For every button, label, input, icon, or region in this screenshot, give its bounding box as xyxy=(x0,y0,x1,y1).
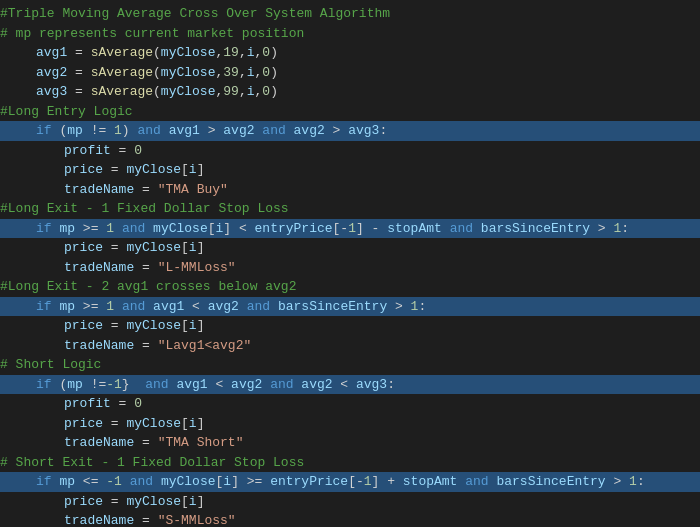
plain-token: > xyxy=(387,299,410,314)
plain-token: ) xyxy=(122,123,138,138)
number-token: 39 xyxy=(223,65,239,80)
var-token: avg1 xyxy=(153,299,184,314)
code-line: if mp >= 1 and avg1 < avg2 and barsSince… xyxy=(0,297,700,317)
code-content: if mp >= 1 and myClose[i] < entryPrice[-… xyxy=(36,219,629,239)
code-line: # Short Logic xyxy=(0,355,700,375)
var-token: i xyxy=(189,162,197,177)
number-token: 99 xyxy=(223,84,239,99)
code-line: #Triple Moving Average Cross Over System… xyxy=(0,4,700,24)
plain-token: ] xyxy=(197,416,205,431)
code-line: price = myClose[i] xyxy=(0,492,700,512)
var-token: entryPrice xyxy=(255,221,333,236)
keyword-token: and xyxy=(450,221,473,236)
var-token: tradeName xyxy=(64,338,134,353)
plain-token: >= xyxy=(75,221,106,236)
plain-token: ] + xyxy=(372,474,403,489)
comment-text: #Long Exit - 2 avg1 crosses below avg2 xyxy=(0,277,296,297)
var-token: myClose xyxy=(161,84,216,99)
keyword-token: and xyxy=(122,221,145,236)
var-token: price xyxy=(64,318,103,333)
plain-token: = xyxy=(67,84,90,99)
plain-token: = xyxy=(67,65,90,80)
plain-token xyxy=(286,123,294,138)
code-line: price = myClose[i] xyxy=(0,414,700,434)
plain-token: : xyxy=(637,474,645,489)
var-token: i xyxy=(223,474,231,489)
plain-token xyxy=(145,221,153,236)
number-token: 1 xyxy=(106,221,114,236)
plain-token: = xyxy=(103,318,126,333)
keyword-token: and xyxy=(247,299,270,314)
plain-token: [- xyxy=(348,474,364,489)
plain-token: ] xyxy=(197,494,205,509)
plain-token: = xyxy=(111,396,134,411)
var-token: myClose xyxy=(161,474,216,489)
var-token: stopAmt xyxy=(403,474,458,489)
number-token: 1 xyxy=(629,474,637,489)
var-token: myClose xyxy=(161,45,216,60)
plain-token: ] >= xyxy=(231,474,270,489)
var-token: barsSinceEntry xyxy=(496,474,605,489)
comment-text: #Triple Moving Average Cross Over System… xyxy=(0,4,390,24)
code-content: avg3 = sAverage(myClose,99,i,0) xyxy=(36,82,278,102)
func-token: sAverage xyxy=(91,45,153,60)
keyword-token: and xyxy=(130,474,153,489)
var-token: myClose xyxy=(126,494,181,509)
var-token: myClose xyxy=(153,221,208,236)
plain-token: > xyxy=(606,474,629,489)
var-token: avg2 xyxy=(294,123,325,138)
plain-token: = xyxy=(111,143,134,158)
var-token: mp xyxy=(59,299,75,314)
code-content: price = myClose[i] xyxy=(64,492,204,512)
var-token: i xyxy=(247,45,255,60)
keyword-token: and xyxy=(145,377,168,392)
plain-token: = xyxy=(103,240,126,255)
code-line: #Long Exit - 2 avg1 crosses below avg2 xyxy=(0,277,700,297)
var-token: price xyxy=(64,494,103,509)
keyword-token: if xyxy=(36,221,52,236)
code-line: profit = 0 xyxy=(0,394,700,414)
plain-token: [ xyxy=(181,318,189,333)
number-token: -1 xyxy=(106,474,122,489)
code-line: tradeName = "L-MMLoss" xyxy=(0,258,700,278)
plain-token: > xyxy=(590,221,613,236)
code-line: # mp represents current market position xyxy=(0,24,700,44)
var-token: myClose xyxy=(126,318,181,333)
plain-token: = xyxy=(134,260,157,275)
plain-token: , xyxy=(239,65,247,80)
keyword-token: and xyxy=(262,123,285,138)
code-content: if mp <= -1 and myClose[i] >= entryPrice… xyxy=(36,472,645,492)
plain-token: ] - xyxy=(356,221,387,236)
plain-token: > xyxy=(200,123,223,138)
code-content: tradeName = "Lavg1<avg2" xyxy=(64,336,251,356)
plain-token: [ xyxy=(208,221,216,236)
var-token: barsSinceEntry xyxy=(278,299,387,314)
code-content: price = myClose[i] xyxy=(64,414,204,434)
var-token: i xyxy=(247,65,255,80)
plain-token xyxy=(114,221,122,236)
plain-token: : xyxy=(621,221,629,236)
code-line: tradeName = "TMA Buy" xyxy=(0,180,700,200)
code-line: tradeName = "S-MMLoss" xyxy=(0,511,700,527)
var-token: mp xyxy=(59,221,75,236)
var-token: profit xyxy=(64,143,111,158)
keyword-token: and xyxy=(465,474,488,489)
var-token: myClose xyxy=(161,65,216,80)
code-content: avg1 = sAverage(myClose,19,i,0) xyxy=(36,43,278,63)
plain-token: = xyxy=(103,416,126,431)
keyword-token: and xyxy=(270,377,293,392)
var-token: tradeName xyxy=(64,260,134,275)
plain-token: } xyxy=(122,377,145,392)
plain-token xyxy=(473,221,481,236)
code-content: tradeName = "TMA Short" xyxy=(64,433,243,453)
plain-token: , xyxy=(239,45,247,60)
plain-token: ) xyxy=(270,84,278,99)
keyword-token: and xyxy=(122,299,145,314)
var-token: myClose xyxy=(126,240,181,255)
comment-text: # Short Logic xyxy=(0,355,101,375)
var-token: avg3 xyxy=(356,377,387,392)
keyword-token: if xyxy=(36,123,52,138)
plain-token: ) xyxy=(270,65,278,80)
plain-token: , xyxy=(239,84,247,99)
number-token: 0 xyxy=(262,65,270,80)
